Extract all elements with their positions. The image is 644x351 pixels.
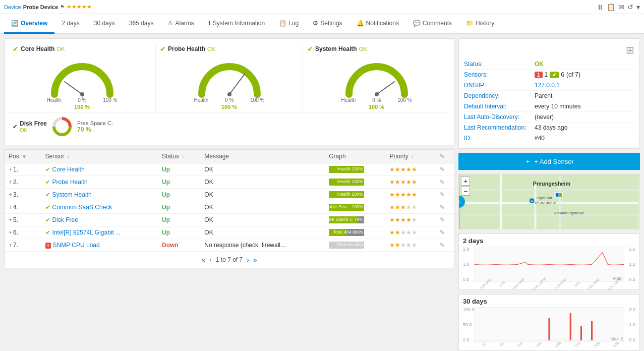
tab-365days[interactable]: 365 days	[122, 14, 161, 34]
qr-icon[interactable]: ⊞	[626, 44, 634, 56]
star-filled: ★	[400, 191, 406, 198]
sensor-name-link[interactable]: Intel[R] 82574L Gigabit ...	[52, 229, 121, 236]
row-edit-icon[interactable]: ✎	[440, 191, 445, 198]
star-filled: ★	[400, 204, 406, 211]
star-filled: ★	[400, 216, 406, 223]
pagination-next[interactable]: ›	[247, 256, 249, 264]
tab-notifications[interactable]: 🔔 Notifications	[349, 14, 406, 34]
expand-icon[interactable]: +	[9, 166, 12, 173]
expand-icon[interactable]: +	[9, 179, 12, 186]
row-check-icon: ✔	[45, 191, 50, 198]
row-message: OK	[200, 214, 325, 226]
disk-free-check-icon: ✔	[13, 123, 18, 130]
graph-label: Total 464 kbit/s	[333, 229, 363, 235]
row-edit-icon[interactable]: ✎	[440, 216, 445, 223]
expand-icon[interactable]: +	[9, 204, 12, 211]
sensor-name-link[interactable]: Probe Health	[52, 179, 88, 186]
probe-health-header: ✔ Probe Health OK	[160, 45, 215, 53]
map-zoom-in[interactable]: +	[461, 177, 470, 186]
row-edit: ✎	[436, 239, 454, 252]
core-health-title: Core Health	[21, 45, 54, 52]
tab-alarms[interactable]: ⚠ Alarms	[160, 14, 201, 34]
autodiscovery-value: (never)	[535, 113, 554, 121]
pause-icon[interactable]: ⏸	[597, 3, 604, 11]
tab-sysinfo[interactable]: ℹ System Information	[201, 14, 272, 34]
row-alert-icon: !!	[45, 243, 51, 249]
col-status[interactable]: Status ↕	[158, 150, 200, 163]
email-icon[interactable]: ✉	[618, 3, 624, 11]
row-status: Up	[158, 201, 200, 214]
row-edit-icon[interactable]: ✎	[440, 229, 445, 236]
dropdown-icon[interactable]: ▾	[636, 3, 640, 11]
sensor-name-link[interactable]: Common SaaS Check	[52, 204, 112, 211]
tab-comments[interactable]: 💬 Comments	[406, 14, 459, 34]
probe-health-value: 100 %	[221, 104, 237, 110]
chart-30days-y-top: 100.0	[463, 307, 473, 312]
row-edit-icon[interactable]: ✎	[440, 179, 445, 186]
core-health-check-icon: ✔	[13, 45, 19, 53]
device-stars[interactable]: ★★★★★	[67, 4, 92, 10]
table-row: +7.!!SNMP CPU LoadDownNo response (check…	[5, 239, 454, 252]
map-section: Preungesheim Sigmund Freud-Straße Ronneb…	[458, 174, 640, 229]
notification-icon: 🔔	[357, 20, 364, 27]
sensor-name-link[interactable]: SNMP CPU Load	[53, 242, 100, 249]
row-edit-icon[interactable]: ✎	[440, 204, 445, 211]
chart-30days: 30 days 100.0 50.0 0.0	[458, 294, 640, 350]
col-sensor[interactable]: Sensor ↕	[41, 150, 158, 163]
row-sensor-name: !!SNMP CPU Load	[41, 239, 158, 252]
sensor-name-link[interactable]: Core Health	[52, 166, 85, 173]
chart-30days-inner: Max: 0.00 %	[474, 307, 624, 342]
tab-30days-label: 30 days	[94, 20, 115, 27]
star-filled: ★	[400, 179, 406, 186]
col-pos[interactable]: Pos ▼	[5, 150, 41, 163]
recommendation-label: Last Recommendation:	[464, 124, 535, 131]
expand-icon[interactable]: +	[9, 191, 12, 198]
row-edit: ✎	[436, 201, 454, 214]
recommendation-row: Last Recommendation: 43 days ago	[464, 123, 634, 133]
svg-text:Ronneburgstraße: Ronneburgstraße	[554, 211, 585, 215]
pagination-prev[interactable]: ‹	[209, 256, 212, 264]
sensor-name-link[interactable]: Disk Free	[52, 216, 78, 223]
status-sort-icon: ↕	[182, 154, 184, 159]
star-empty: ★	[400, 229, 406, 236]
info-card-header: ⊞	[464, 44, 634, 56]
row-sensor-name: ✔Common SaaS Check	[41, 201, 158, 214]
expand-icon[interactable]: +	[9, 229, 12, 236]
chart-2days-y-top: 2.0	[463, 247, 473, 252]
pagination-last[interactable]: »	[253, 256, 257, 264]
tab-overview[interactable]: 🔄 Overview	[4, 14, 54, 34]
col-priority[interactable]: Priority ↕	[385, 150, 435, 163]
star-filled: ★	[389, 166, 395, 173]
expand-icon[interactable]: +	[9, 242, 12, 249]
row-pos: +6.	[5, 226, 41, 239]
tab-30days[interactable]: 30 days	[87, 14, 122, 34]
dependency-row: Dependency: Parent	[464, 91, 634, 101]
tab-2days[interactable]: 2 days	[54, 14, 86, 34]
probe-health-check-icon: ✔	[160, 45, 166, 53]
add-sensor-button[interactable]: ＋ + Add Sensor	[458, 153, 640, 170]
expand-icon[interactable]: +	[9, 216, 12, 223]
row-edit-icon[interactable]: ✎	[440, 166, 445, 173]
add-sensor-icon: ＋	[524, 157, 531, 166]
row-edit-icon[interactable]: ✎	[440, 242, 445, 249]
tab-settings[interactable]: ⚙ Settings	[306, 14, 349, 34]
row-status: Up	[158, 189, 200, 201]
recommendation-value: 43 days ago	[535, 124, 567, 131]
svg-point-4	[227, 92, 231, 96]
pagination-first[interactable]: «	[201, 256, 205, 264]
map-zoom-out[interactable]: −	[461, 187, 470, 196]
tab-history[interactable]: 📁 History	[459, 14, 501, 34]
tab-overview-label: Overview	[21, 20, 47, 27]
graph-label: Health 100%	[337, 179, 364, 184]
info-icon: ℹ	[208, 20, 211, 27]
chart-2days: 2 days 2.0 1.0 0.0 Max: 0.00 %	[458, 233, 640, 290]
sensor-name-link[interactable]: System Health	[52, 191, 92, 198]
chart-2days-yr-top: 2.0	[625, 247, 635, 252]
svg-text:Sigmund: Sigmund	[537, 196, 552, 200]
clipboard-icon[interactable]: 📋	[607, 3, 615, 11]
row-sensor-name: ✔System Health	[41, 189, 158, 201]
row-graph: Free Space C 79%	[325, 214, 385, 226]
settings-icon: ⚙	[313, 20, 318, 27]
refresh-icon[interactable]: ↺	[627, 3, 633, 11]
tab-log[interactable]: 📋 Log	[272, 14, 306, 34]
